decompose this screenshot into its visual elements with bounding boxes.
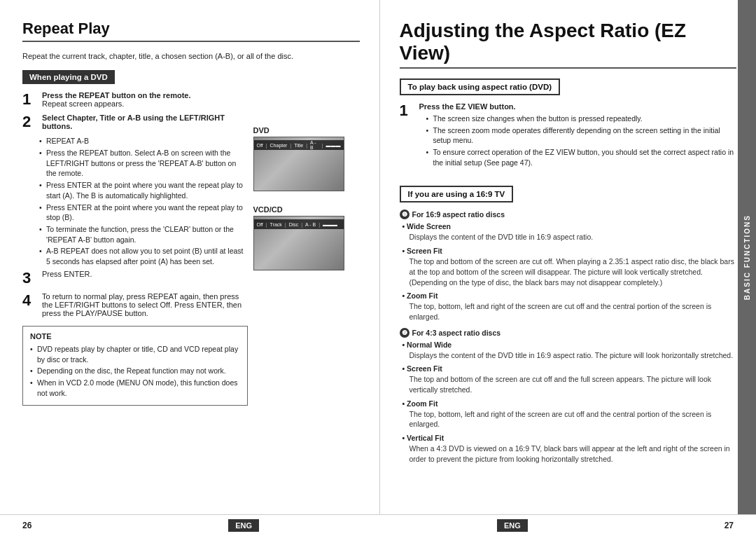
vcd-bar-off: Off: [257, 222, 263, 227]
right-step-1-content: Press the EZ VIEW button. The screen siz…: [419, 102, 737, 170]
step-3-text: Press ENTER.: [42, 270, 92, 278]
screen-fit-item: Screen Fit The top and bottom of the scr…: [400, 247, 737, 287]
vertical-fit-title: Vertical Fit: [402, 434, 737, 442]
step-4-number: 4: [22, 292, 38, 309]
vcd-media-item: VCD/CD Off | Track | Disc | A - B | ▬▬▬: [253, 205, 360, 270]
wide-screen-item: Wide Screen Displays the content of the …: [400, 222, 737, 242]
basic-functions-label: BASIC FUNCTIONS: [743, 214, 751, 300]
screen-fit-text: The top and bottom of the screen are cut…: [402, 256, 737, 287]
wide-screen-text: Displays the content of the DVD title in…: [402, 232, 737, 242]
wide-screen-title: Wide Screen: [402, 222, 737, 231]
basic-functions-tab: BASIC FUNCTIONS: [738, 0, 756, 514]
right-step-1-bullets: The screen size changes when the button …: [426, 114, 737, 167]
note-box: NOTE DVD repeats play by chapter or titl…: [22, 326, 248, 406]
normal-wide-title: Normal Wide: [402, 341, 737, 349]
screen-fit-title: Screen Fit: [402, 247, 737, 255]
note-item-1: Depending on the disc, the Repeat functi…: [30, 366, 240, 376]
if-using-169-header: If you are using a 16:9 TV: [400, 186, 514, 202]
step-3-content: Press ENTER.: [42, 270, 248, 278]
dvd-bar-chapter: Chapter: [270, 143, 288, 148]
for-169-label: For 16:9 aspect ratio discs: [412, 210, 505, 219]
note-item-2: When in VCD 2.0 mode (MENU ON mode), thi…: [30, 378, 240, 398]
left-page-num: 26: [22, 521, 31, 530]
vcd-bar-disc: Disc: [289, 222, 299, 227]
dvd-bar-extra: ▬▬▬: [326, 143, 341, 148]
to-play-back-header: To play back using aspect ratio (DVD): [400, 78, 561, 95]
bottom-center: ENG ENG: [228, 519, 528, 532]
step-1: 1 Press the REPEAT button on the remote.…: [22, 91, 248, 108]
zoom-fit-item: Zoom Fit The top, bottom, left and right…: [400, 291, 737, 322]
bullet-3: Press ENTER at the point where you want …: [39, 202, 248, 223]
vcd-screen-bar: Off | Track | Disc | A - B | ▬▬▬: [254, 219, 344, 229]
vertical-fit-item: Vertical Fit When a 4:3 DVD is viewed on…: [400, 434, 737, 464]
for-43-section: ❷ For 4:3 aspect ratio discs Normal Wide…: [400, 328, 737, 465]
bullet-5: A-B REPEAT does not allow you to set poi…: [39, 246, 248, 266]
for-43-label: For 4:3 aspect ratio discs: [412, 329, 501, 337]
note-list: DVD repeats play by chapter or title, CD…: [30, 344, 240, 398]
vertical-fit-text: When a 4:3 DVD is viewed on a 16:9 TV, b…: [402, 444, 737, 464]
right-bullet-2: To ensure correct operation of the EZ VI…: [426, 147, 737, 167]
to-play-back-section: To play back using aspect ratio (DVD) 1 …: [400, 78, 737, 176]
normal-wide-item: Normal Wide Displays the content of the …: [400, 341, 737, 361]
vcd-screen: Off | Track | Disc | A - B | ▬▬▬: [253, 216, 344, 270]
vcd-bar-ab: A - B: [305, 222, 316, 227]
normal-wide-text: Displays the content of the DVD title in…: [402, 350, 737, 361]
for-169-section: ❶ For 16:9 aspect ratio discs Wide Scree…: [400, 209, 737, 322]
vcd-bar-track: Track: [270, 222, 282, 227]
step-3: 3 Press ENTER.: [22, 270, 248, 287]
step-1-title: Press the REPEAT button on the remote.: [42, 91, 191, 99]
vcd-bar-extra: ▬▬▬: [323, 222, 337, 227]
when-playing-dvd-section: When playing a DVD 1 Press the REPEAT bu…: [22, 70, 248, 317]
left-main-content: When playing a DVD 1 Press the REPEAT bu…: [22, 70, 360, 500]
step-1-number: 1: [22, 91, 38, 108]
dvd-bar-ab: A - B: [310, 140, 319, 150]
dvd-screen: Off | Chapter | Title | A - B | ▬▬▬: [253, 137, 344, 191]
right-page: Adjusting the Aspect Ratio (EZ View) To …: [380, 0, 757, 514]
dvd-label: DVD: [253, 126, 270, 135]
left-page-title: Repeat Play: [22, 20, 360, 42]
step-2-title: Select Chapter, Title or A-B using the L…: [42, 114, 225, 130]
right-step-1-title: Press the EZ VIEW button.: [419, 102, 516, 111]
step-1-content: Press the REPEAT button on the remote. R…: [42, 91, 248, 108]
right-eng-badge: ENG: [497, 519, 528, 532]
dvd-media-item: DVD Off | Chapter | Title | A - B | ▬▬▬: [253, 126, 360, 191]
right-bullet-0: The screen size changes when the button …: [426, 114, 737, 124]
screen-fit-43-title: Screen Fit: [402, 364, 737, 373]
circle-2: ❷: [400, 328, 410, 338]
for-43-title: ❷ For 4:3 aspect ratio discs: [400, 328, 737, 338]
step-4-text: To return to normal play, press REPEAT a…: [42, 292, 241, 317]
step-2: 2 Select Chapter, Title or A-B using the…: [22, 114, 248, 130]
note-title: NOTE: [30, 332, 240, 341]
media-images: DVD Off | Chapter | Title | A - B | ▬▬▬: [248, 70, 360, 500]
step-4-content: To return to normal play, press REPEAT a…: [42, 292, 248, 317]
step-1-subtitle: Repeat screen appears.: [42, 99, 124, 108]
vcd-label: VCD/CD: [253, 205, 283, 214]
left-page: Repeat Play Repeat the current track, ch…: [0, 0, 380, 514]
right-step-1-number: 1: [400, 102, 415, 119]
bullet-4: To terminate the function, press the 'CL…: [39, 224, 248, 245]
step-2-content: Select Chapter, Title or A-B using the L…: [42, 114, 248, 130]
intro-text: Repeat the current track, chapter, title…: [22, 52, 360, 60]
screen-fit-43-text: The top and bottom of the screen are cut…: [402, 374, 737, 394]
zoom-fit-43-text: The top, bottom, left and right of the s…: [402, 409, 737, 430]
step-3-number: 3: [22, 270, 38, 287]
bottom-bar: 26 ENG ENG 27: [0, 514, 756, 536]
left-text-content: When playing a DVD 1 Press the REPEAT bu…: [22, 70, 248, 500]
right-page-num: 27: [724, 521, 734, 530]
bullet-2: Press ENTER at the point where you want …: [39, 180, 248, 200]
zoom-fit-text: The top, bottom, left and right of the s…: [402, 301, 737, 322]
screen-fit-43-item: Screen Fit The top and bottom of the scr…: [400, 364, 737, 394]
dvd-screen-bar: Off | Chapter | Title | A - B | ▬▬▬: [254, 140, 344, 150]
bullet-1: Press the REPEAT button. Select A-B on s…: [39, 148, 248, 179]
left-eng-badge: ENG: [228, 519, 259, 532]
right-step-1: 1 Press the EZ VIEW button. The screen s…: [400, 102, 737, 170]
dvd-bar-title: Title: [294, 143, 303, 148]
when-playing-dvd-header: When playing a DVD: [22, 70, 115, 84]
zoom-fit-title: Zoom Fit: [402, 291, 737, 300]
right-page-title: Adjusting the Aspect Ratio (EZ View): [400, 20, 737, 69]
right-bullet-1: The screen zoom mode operates differentl…: [426, 125, 737, 146]
ab-bullets: REPEAT A-B Press the REPEAT button. Sele…: [39, 136, 248, 266]
dvd-bar-off: Off: [257, 143, 263, 148]
zoom-fit-43-title: Zoom Fit: [402, 399, 737, 408]
if-using-169-section: If you are using a 16:9 TV ❶ For 16:9 as…: [400, 186, 737, 469]
